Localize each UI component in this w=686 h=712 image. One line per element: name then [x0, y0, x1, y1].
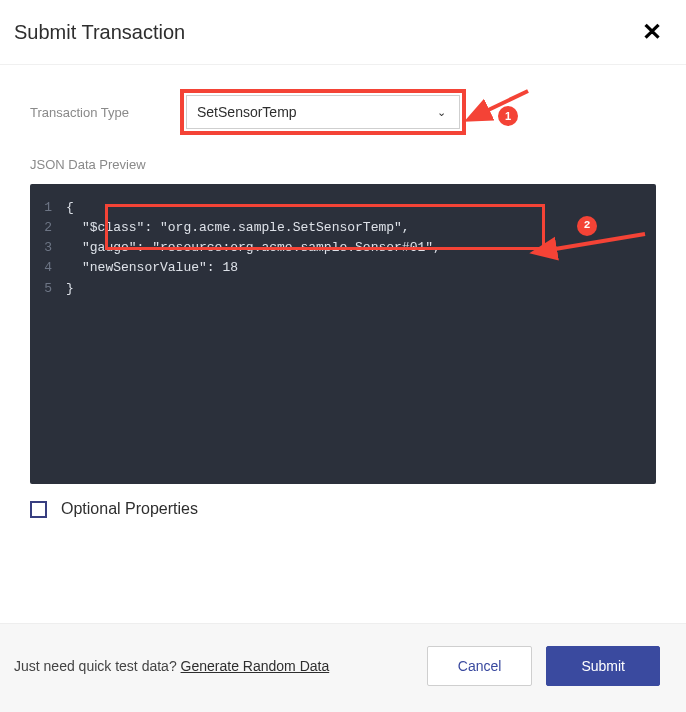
- gutter-line: 4: [40, 258, 66, 278]
- modal-title: Submit Transaction: [14, 21, 185, 44]
- gutter-line: 1: [40, 198, 66, 218]
- json-preview-label: JSON Data Preview: [30, 157, 656, 172]
- modal-header: Submit Transaction ✕: [0, 0, 686, 65]
- gutter-line: 5: [40, 279, 66, 299]
- transaction-type-label: Transaction Type: [30, 105, 180, 120]
- footer-hint-text: Just need quick test data?: [14, 658, 181, 674]
- transaction-type-highlight: SetSensorTemp ⌄: [180, 89, 466, 135]
- close-icon[interactable]: ✕: [636, 18, 668, 46]
- generate-random-data-link[interactable]: Generate Random Data: [181, 658, 330, 674]
- cancel-button[interactable]: Cancel: [427, 646, 533, 686]
- optional-properties-label: Optional Properties: [61, 500, 198, 518]
- code-line: {: [66, 198, 74, 218]
- gutter-line: 2: [40, 218, 66, 238]
- transaction-type-row: Transaction Type SetSensorTemp ⌄: [30, 89, 656, 135]
- svg-line-0: [482, 91, 528, 113]
- modal-footer: Just need quick test data? Generate Rand…: [0, 623, 686, 712]
- gutter-line: 3: [40, 238, 66, 258]
- footer-hint: Just need quick test data? Generate Rand…: [14, 658, 329, 674]
- optional-properties-checkbox[interactable]: [30, 501, 47, 518]
- code-line: "$class": "org.acme.sample.SetSensorTemp…: [66, 218, 410, 238]
- code-line: "newSensorValue": 18: [66, 258, 238, 278]
- optional-properties-row: Optional Properties: [30, 500, 656, 518]
- code-line: }: [66, 279, 74, 299]
- transaction-type-select[interactable]: SetSensorTemp: [186, 95, 460, 129]
- submit-transaction-modal: Submit Transaction ✕ Transaction Type Se…: [0, 0, 686, 712]
- json-editor[interactable]: 1{ 2"$class": "org.acme.sample.SetSensor…: [30, 184, 656, 484]
- submit-button[interactable]: Submit: [546, 646, 660, 686]
- code-line: "gauge": "resource:org.acme.sample.Senso…: [66, 238, 441, 258]
- annotation-arrow-1: [470, 83, 540, 123]
- modal-body: Transaction Type SetSensorTemp ⌄ 1 JSON …: [0, 65, 686, 528]
